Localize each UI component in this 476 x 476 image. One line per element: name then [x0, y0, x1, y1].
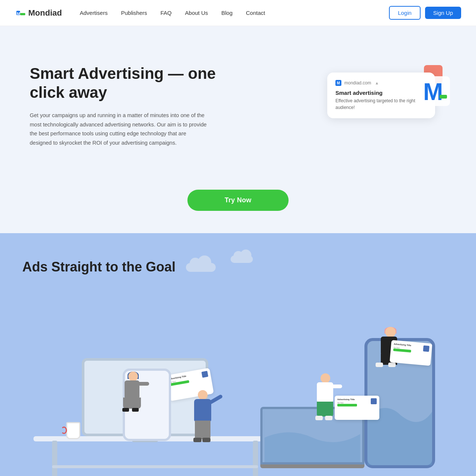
nav-links: Advertisers Publishers FAQ About Us Blog…	[80, 10, 389, 16]
p4-head	[321, 373, 330, 383]
logo-link[interactable]: M Mondiad	[15, 7, 62, 19]
p3-head	[385, 327, 396, 337]
floating-ad-laptop: Advertising Title Ad Text	[335, 396, 379, 420]
p1-shoe-left	[193, 438, 202, 442]
nav-advertisers[interactable]: Advertisers	[80, 10, 107, 16]
p3-shoe-left	[376, 363, 383, 367]
svg-text:M: M	[17, 12, 20, 16]
nav-faq[interactable]: FAQ	[161, 10, 172, 16]
p2-skirt	[123, 398, 141, 409]
p2-shoe-right	[132, 408, 139, 412]
p2-head	[128, 372, 138, 381]
brand-name: Mondiad	[28, 8, 62, 18]
plant-left	[26, 463, 56, 476]
p4-arm	[332, 385, 342, 388]
navbar: M Mondiad Advertisers Publishers FAQ Abo…	[0, 0, 476, 26]
ad-tablet-sq	[423, 345, 429, 352]
svg-rect-6	[440, 95, 447, 99]
p3-shoe-right	[388, 363, 396, 367]
floating-ad-tablet: Advertising Title Ad Text	[390, 340, 432, 366]
p1-shoe-right	[202, 438, 210, 442]
person-laptop	[312, 373, 338, 422]
signup-button[interactable]: Sign Up	[425, 7, 461, 19]
ad-card-domain: mondiad.com	[344, 80, 371, 86]
try-now-button[interactable]: Try Now	[187, 190, 289, 211]
try-now-section: Try Now	[0, 182, 476, 233]
hero-left: Smart Advertising — one click away Get y…	[30, 64, 223, 147]
ad-card-title: Smart advertising	[335, 90, 427, 96]
nav-about[interactable]: About Us	[185, 10, 208, 16]
p2-body	[125, 380, 139, 399]
coffee-handle	[61, 427, 67, 434]
ad-laptop-sq	[371, 398, 377, 404]
p1-head	[198, 390, 208, 400]
svg-text:M: M	[423, 78, 443, 105]
coffee-cup	[66, 422, 80, 439]
hero-section: Smart Advertising — one click away Get y…	[0, 26, 476, 182]
hero-right: M mondiad.com ▲ Smart advertising Effect…	[327, 65, 446, 147]
nav-contact[interactable]: Contact	[246, 10, 265, 16]
p2-arm	[138, 382, 149, 386]
ad-blue-sq	[202, 371, 209, 378]
illustration-area: Advertising Title Ad Text	[22, 290, 454, 476]
p4-shoe-right	[325, 416, 332, 420]
ad-laptop-bar	[337, 404, 357, 406]
hero-title: Smart Advertising — one click away	[30, 64, 223, 102]
p2-shoe-left	[122, 408, 129, 412]
p1-pants	[195, 421, 210, 439]
ad-card-expand-icon: ▲	[375, 81, 379, 85]
person-phone	[121, 372, 147, 416]
logo-icon: M	[15, 7, 27, 19]
hero-description: Get your campaigns up and running in a m…	[30, 111, 208, 148]
ad-card-header: M mondiad.com ▲	[335, 80, 427, 86]
desk-crossbar	[52, 465, 258, 468]
laptop-base	[260, 464, 364, 468]
nav-publishers[interactable]: Publishers	[121, 10, 147, 16]
p1-arm	[208, 394, 223, 405]
svg-rect-2	[20, 13, 25, 15]
p4-pants	[317, 402, 333, 416]
ad-card-preview: M mondiad.com ▲ Smart advertising Effect…	[327, 73, 435, 118]
nav-actions: Login Sign Up	[389, 6, 461, 20]
desk-leg-right	[253, 441, 258, 476]
cloud-2	[231, 255, 253, 263]
nav-blog[interactable]: Blog	[221, 10, 232, 16]
ad-card-favicon: M	[335, 80, 341, 86]
plant-svg-left	[26, 463, 56, 476]
p4-body	[317, 382, 333, 403]
ad-card-body: Effective advertising targeted to the ri…	[335, 97, 427, 111]
p4-shoe-left	[315, 416, 323, 420]
ads-goal-section: Ads Straight to the Goal Advertising Tit…	[0, 233, 476, 476]
login-button[interactable]: Login	[389, 6, 421, 20]
cloud-1	[186, 263, 216, 272]
person-monitor	[190, 390, 216, 450]
big-m-logo: M	[420, 76, 450, 106]
